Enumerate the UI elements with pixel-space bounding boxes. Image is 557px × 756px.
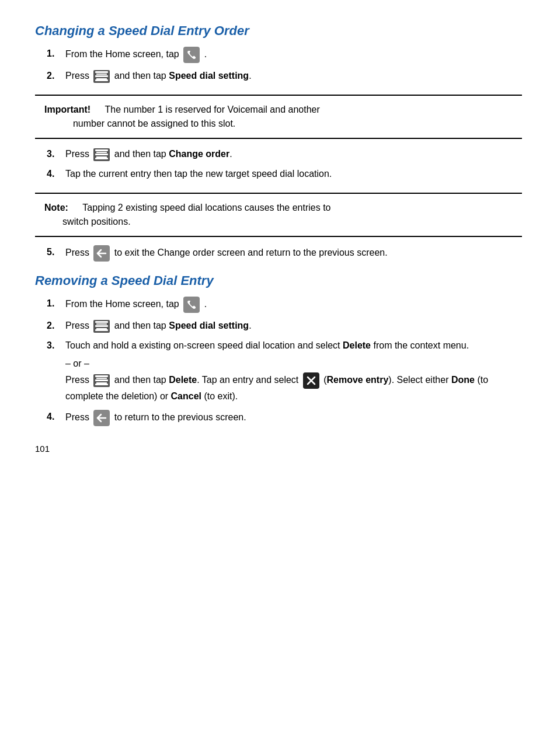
svg-rect-7 (95, 321, 108, 323)
step-3-content: Press and then tap Change order. (65, 147, 522, 161)
step-2: 2. Press and then tap Speed dial setting… (47, 69, 522, 83)
svg-rect-11 (95, 379, 108, 381)
remove-step-4: 4. Press to return to the previous scree… (47, 410, 522, 426)
remove-step-1: 1. From the Home screen, tap . (47, 297, 522, 313)
page-number: 101 (35, 444, 522, 454)
remove-step-4-num: 4. (47, 410, 65, 424)
step-2-bold: Speed dial setting (169, 71, 249, 81)
remove-step-1-num: 1. (47, 297, 65, 311)
remove-step-2: 2. Press and then tap Speed dial setting… (47, 319, 522, 333)
phone-icon-2 (183, 297, 200, 313)
svg-rect-5 (95, 158, 108, 159)
svg-rect-1 (95, 75, 108, 77)
step-1: 1. From the Home screen, tap . (47, 47, 522, 63)
svg-rect-3 (95, 149, 108, 151)
step-5-num: 5. (47, 245, 65, 259)
section2-title: Removing a Speed Dial Entry (35, 273, 522, 288)
svg-rect-0 (95, 71, 108, 73)
remove-step-3-num: 3. (47, 339, 65, 353)
step-4-num: 4. (47, 167, 65, 181)
svg-rect-9 (95, 329, 108, 331)
step-3-bold: Change order (169, 149, 229, 159)
important-label: Important! (44, 104, 90, 114)
remove-step-3-content: Touch and hold a existing on-screen spee… (65, 339, 522, 353)
section1-title: Changing a Speed Dial Entry Order (35, 23, 522, 39)
step-2-num: 2. (47, 69, 65, 83)
remove-step-4-content: Press to return to the previous screen. (65, 410, 522, 426)
svg-rect-12 (95, 384, 108, 385)
svg-rect-4 (95, 154, 108, 155)
done-bold: Done (451, 375, 475, 385)
remove-entry-bold: Remove entry (327, 375, 389, 385)
x-icon (303, 372, 319, 389)
menu-icon-4 (93, 374, 110, 387)
step-4: 4. Tap the current entry then tap the ne… (47, 167, 522, 181)
step-1-content: From the Home screen, tap . (65, 47, 522, 63)
svg-rect-8 (95, 325, 108, 327)
back-icon-2 (93, 410, 110, 426)
step-4-content: Tap the current entry then tap the new t… (65, 167, 522, 181)
delete-bold-1: Delete (343, 340, 371, 350)
remove-step-2-num: 2. (47, 319, 65, 333)
note-box: Note: Tapping 2 existing speed dial loca… (35, 193, 522, 237)
phone-icon (183, 47, 200, 63)
step-5-content: Press to exit the Change order screen an… (65, 245, 522, 262)
step-1-num: 1. (47, 47, 65, 61)
or-line: – or – (65, 358, 522, 369)
step-3-num: 3. (47, 147, 65, 161)
remove-step-2-content: Press and then tap Speed dial setting. (65, 319, 522, 333)
menu-icon-3 (93, 320, 110, 333)
note-text: Tapping 2 existing speed dial locations … (44, 203, 331, 227)
remove-step-1-content: From the Home screen, tap . (65, 297, 522, 313)
remove-step-2-bold: Speed dial setting (169, 320, 249, 330)
step-5: 5. Press to exit the Change order screen… (47, 245, 522, 262)
menu-icon-2 (93, 148, 110, 161)
step-2-content: Press and then tap Speed dial setting. (65, 69, 522, 83)
cancel-bold: Cancel (171, 391, 201, 401)
note-label: Note: (44, 203, 68, 212)
step-3: 3. Press and then tap Change order. (47, 147, 522, 161)
important-box: Important! The number 1 is reserved for … (35, 95, 522, 139)
svg-rect-2 (95, 79, 108, 81)
menu-icon-1 (93, 70, 110, 83)
svg-rect-10 (95, 375, 108, 377)
remove-step-3: 3. Touch and hold a existing on-screen s… (47, 339, 522, 353)
step3-alt-content: Press and then tap Delete. Tap an entry … (65, 372, 522, 404)
back-icon-1 (93, 245, 110, 262)
delete-bold-2: Delete (169, 375, 197, 385)
